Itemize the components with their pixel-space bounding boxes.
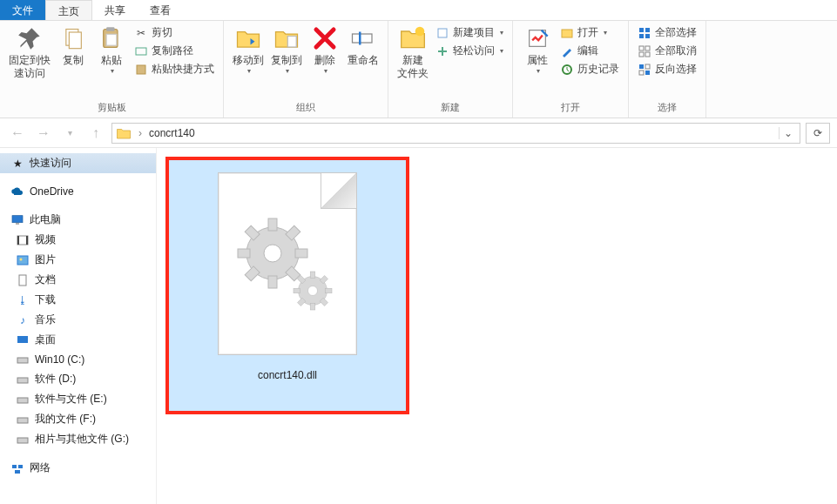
svg-rect-15 bbox=[639, 28, 644, 32]
nav-drive-e[interactable]: 软件与文件 (E:) bbox=[0, 389, 156, 409]
copy-to-button[interactable]: 复制到▾ bbox=[267, 23, 306, 77]
nav-pictures[interactable]: 图片 bbox=[0, 250, 156, 270]
video-icon bbox=[16, 233, 30, 247]
select-none-button[interactable]: 全部取消 bbox=[634, 43, 700, 59]
select-all-button[interactable]: 全部选择 bbox=[634, 24, 700, 41]
star-icon: ★ bbox=[10, 157, 24, 171]
nav-desktop[interactable]: 桌面 bbox=[0, 330, 156, 350]
nav-recent-button[interactable]: ▾ bbox=[59, 123, 80, 144]
nav-drive-d[interactable]: 软件 (D:) bbox=[0, 369, 156, 389]
select-none-icon bbox=[638, 44, 651, 58]
nav-downloads-label: 下载 bbox=[35, 292, 56, 307]
move-to-button[interactable]: 移动到▾ bbox=[229, 23, 267, 77]
new-item-button[interactable]: 新建项目▾ bbox=[432, 24, 507, 41]
svg-rect-43 bbox=[15, 470, 20, 474]
svg-rect-59 bbox=[310, 303, 315, 310]
nav-documents[interactable]: 文档 bbox=[0, 270, 156, 290]
svg-rect-6 bbox=[137, 65, 145, 74]
navigation-pane[interactable]: ★ 快速访问 OneDrive 此电脑 视频 图片 文档 ⭳下载 ♪音乐 桌面 … bbox=[0, 148, 157, 504]
pictures-icon bbox=[16, 253, 30, 267]
open-button[interactable]: 打开▾ bbox=[557, 24, 623, 41]
nav-quick-access[interactable]: ★ 快速访问 bbox=[0, 153, 156, 173]
breadcrumb-folder[interactable]: concrt140 bbox=[149, 127, 195, 139]
nav-up-button[interactable]: ↑ bbox=[85, 123, 106, 144]
nav-network[interactable]: 网络 bbox=[0, 458, 156, 478]
monitor-icon bbox=[10, 213, 24, 227]
address-bar[interactable]: › concrt140 ⌄ bbox=[111, 123, 800, 144]
nav-drive-f[interactable]: 我的文件 (F:) bbox=[0, 409, 156, 429]
network-icon bbox=[10, 461, 24, 475]
svg-rect-1 bbox=[69, 32, 81, 49]
paste-shortcut-icon bbox=[134, 63, 148, 77]
invert-selection-button[interactable]: 反向选择 bbox=[634, 61, 700, 77]
svg-rect-55 bbox=[310, 272, 315, 279]
file-list-area[interactable]: concrt140.dll bbox=[157, 148, 837, 504]
nav-drive-d-label: 软件 (D:) bbox=[35, 372, 76, 386]
rename-button[interactable]: 重命名 bbox=[344, 23, 382, 69]
edit-button[interactable]: 编辑 bbox=[557, 43, 623, 59]
nav-drive-g-label: 相片与其他文件 (G:) bbox=[35, 432, 129, 447]
pin-icon bbox=[16, 24, 44, 52]
nav-videos[interactable]: 视频 bbox=[0, 230, 156, 250]
delete-button[interactable]: 删除▾ bbox=[306, 23, 344, 77]
svg-rect-3 bbox=[106, 27, 114, 31]
refresh-button[interactable]: ⟳ bbox=[806, 123, 830, 144]
nav-this-pc[interactable]: 此电脑 bbox=[0, 210, 156, 230]
tab-file[interactable]: 文件 bbox=[0, 0, 45, 20]
paste-button[interactable]: 粘贴 ▾ bbox=[92, 23, 131, 77]
svg-rect-34 bbox=[19, 275, 26, 286]
chevron-down-icon: ▾ bbox=[324, 67, 327, 75]
svg-rect-23 bbox=[639, 64, 644, 69]
nav-back-button[interactable]: ← bbox=[7, 123, 28, 144]
nav-onedrive[interactable]: OneDrive bbox=[0, 182, 156, 201]
properties-button[interactable]: 属性▾ bbox=[518, 23, 557, 77]
address-bar-row: ← → ▾ ↑ › concrt140 ⌄ ⟳ bbox=[0, 118, 837, 148]
svg-rect-36 bbox=[17, 358, 28, 363]
nav-forward-button[interactable]: → bbox=[33, 123, 54, 144]
ribbon-group-new: 新建 文件夹 新建项目▾ 轻松访问▾ 新建 bbox=[388, 21, 513, 118]
nav-thispc-label: 此电脑 bbox=[30, 212, 61, 227]
svg-rect-35 bbox=[17, 336, 28, 343]
copy-button[interactable]: 复制 bbox=[54, 23, 92, 69]
nav-desktop-label: 桌面 bbox=[35, 333, 56, 347]
cloud-icon bbox=[10, 185, 24, 198]
copy-path-button[interactable]: 复制路径 bbox=[131, 43, 218, 59]
tab-home[interactable]: 主页 bbox=[45, 0, 92, 20]
new-folder-button[interactable]: 新建 文件夹 bbox=[394, 23, 432, 82]
tab-share[interactable]: 共享 bbox=[92, 0, 138, 20]
tab-view[interactable]: 查看 bbox=[138, 0, 183, 20]
history-button[interactable]: 历史记录 bbox=[557, 61, 623, 77]
nav-drive-c[interactable]: Win10 (C:) bbox=[0, 350, 156, 369]
svg-rect-39 bbox=[17, 418, 28, 423]
edit-label: 编辑 bbox=[577, 44, 598, 58]
download-icon: ⭳ bbox=[16, 293, 30, 307]
nav-videos-label: 视频 bbox=[35, 232, 56, 247]
easy-access-button[interactable]: 轻松访问▾ bbox=[432, 43, 507, 59]
cut-button[interactable]: ✂ 剪切 bbox=[131, 24, 218, 41]
nav-drive-f-label: 我的文件 (F:) bbox=[35, 412, 96, 427]
nav-network-label: 网络 bbox=[30, 460, 51, 475]
drive-icon bbox=[16, 413, 30, 427]
paste-shortcut-button[interactable]: 粘贴快捷方式 bbox=[131, 61, 218, 77]
nav-music[interactable]: ♪音乐 bbox=[0, 310, 156, 330]
edit-icon bbox=[560, 44, 574, 58]
svg-rect-24 bbox=[645, 64, 650, 69]
svg-rect-49 bbox=[268, 276, 277, 288]
svg-rect-13 bbox=[562, 30, 572, 37]
new-item-icon bbox=[435, 26, 449, 40]
new-folder-icon bbox=[399, 24, 427, 52]
svg-rect-19 bbox=[639, 46, 644, 50]
organize-group-label: 组织 bbox=[229, 99, 382, 118]
pin-to-quick-access-button[interactable]: 固定到快 速访问 bbox=[5, 23, 54, 82]
paste-shortcut-label: 粘贴快捷方式 bbox=[152, 62, 214, 77]
delete-icon bbox=[311, 24, 339, 52]
nav-drive-g[interactable]: 相片与其他文件 (G:) bbox=[0, 429, 156, 449]
address-dropdown-button[interactable]: ⌄ bbox=[779, 127, 796, 139]
svg-rect-38 bbox=[17, 398, 28, 403]
invert-selection-icon bbox=[638, 63, 651, 77]
file-item-selected[interactable]: concrt140.dll bbox=[165, 157, 409, 414]
clipboard-group-label: 剪贴板 bbox=[5, 99, 218, 118]
nav-downloads[interactable]: ⭳下载 bbox=[0, 290, 156, 310]
drive-icon bbox=[16, 393, 30, 407]
svg-rect-9 bbox=[359, 32, 361, 45]
